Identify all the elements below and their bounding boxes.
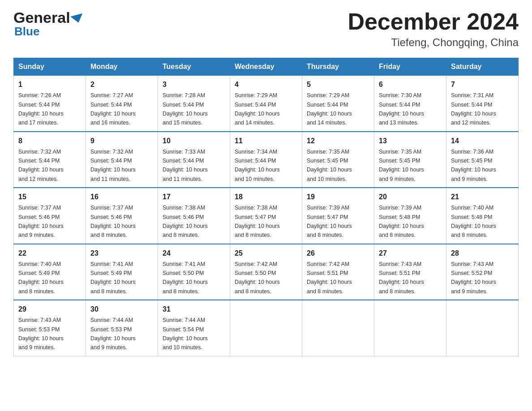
day-info: Sunrise: 7:37 AMSunset: 5:46 PMDaylight:… (90, 205, 136, 238)
location-title: Tiefeng, Chongqing, China (348, 36, 519, 49)
header-wednesday: Wednesday (230, 58, 302, 76)
day-info: Sunrise: 7:28 AMSunset: 5:44 PMDaylight:… (163, 92, 208, 126)
day-info: Sunrise: 7:39 AMSunset: 5:47 PMDaylight:… (307, 205, 352, 238)
day-info: Sunrise: 7:27 AMSunset: 5:44 PMDaylight:… (90, 92, 136, 126)
calendar-cell: 16 Sunrise: 7:37 AMSunset: 5:46 PMDaylig… (86, 188, 158, 244)
calendar-cell: 14 Sunrise: 7:36 AMSunset: 5:45 PMDaylig… (446, 132, 519, 188)
day-info: Sunrise: 7:31 AMSunset: 5:44 PMDaylight:… (451, 92, 496, 126)
day-info: Sunrise: 7:32 AMSunset: 5:44 PMDaylight:… (18, 149, 64, 182)
day-info: Sunrise: 7:43 AMSunset: 5:52 PMDaylight:… (451, 261, 496, 295)
day-info: Sunrise: 7:35 AMSunset: 5:45 PMDaylight:… (379, 149, 424, 182)
page-header: General Blue December 2024 Tiefeng, Chon… (13, 9, 519, 49)
day-info: Sunrise: 7:38 AMSunset: 5:46 PMDaylight:… (163, 205, 208, 238)
calendar-cell (302, 300, 374, 356)
day-number: 21 (451, 192, 514, 202)
day-number: 19 (307, 192, 369, 202)
calendar-cell: 5 Sunrise: 7:29 AMSunset: 5:44 PMDayligh… (302, 76, 374, 132)
day-info: Sunrise: 7:44 AMSunset: 5:54 PMDaylight:… (163, 317, 208, 351)
day-info: Sunrise: 7:30 AMSunset: 5:44 PMDaylight:… (379, 92, 424, 126)
calendar-cell: 4 Sunrise: 7:29 AMSunset: 5:44 PMDayligh… (230, 76, 302, 132)
day-info: Sunrise: 7:35 AMSunset: 5:45 PMDaylight:… (307, 149, 352, 182)
calendar-cell: 28 Sunrise: 7:43 AMSunset: 5:52 PMDaylig… (446, 244, 519, 300)
day-number: 24 (163, 248, 225, 259)
day-number: 10 (163, 136, 225, 146)
day-info: Sunrise: 7:34 AMSunset: 5:44 PMDaylight:… (235, 149, 280, 182)
day-number: 1 (18, 79, 81, 90)
logo-general-text: General (13, 9, 70, 26)
day-number: 8 (18, 136, 81, 146)
day-info: Sunrise: 7:44 AMSunset: 5:53 PMDaylight:… (90, 317, 136, 351)
header-friday: Friday (374, 58, 446, 76)
calendar-cell: 8 Sunrise: 7:32 AMSunset: 5:44 PMDayligh… (14, 132, 86, 188)
calendar-cell: 2 Sunrise: 7:27 AMSunset: 5:44 PMDayligh… (86, 76, 158, 132)
day-number: 2 (90, 79, 153, 90)
calendar-cell: 7 Sunrise: 7:31 AMSunset: 5:44 PMDayligh… (446, 76, 519, 132)
day-number: 7 (451, 79, 514, 90)
day-info: Sunrise: 7:37 AMSunset: 5:46 PMDaylight:… (18, 205, 64, 238)
calendar-cell: 18 Sunrise: 7:38 AMSunset: 5:47 PMDaylig… (230, 188, 302, 244)
day-info: Sunrise: 7:42 AMSunset: 5:51 PMDaylight:… (307, 261, 352, 295)
day-info: Sunrise: 7:41 AMSunset: 5:50 PMDaylight:… (163, 261, 208, 295)
day-number: 14 (451, 136, 514, 146)
calendar-cell: 15 Sunrise: 7:37 AMSunset: 5:46 PMDaylig… (14, 188, 86, 244)
day-info: Sunrise: 7:29 AMSunset: 5:44 PMDaylight:… (235, 92, 280, 126)
calendar-cell: 17 Sunrise: 7:38 AMSunset: 5:46 PMDaylig… (158, 188, 230, 244)
day-number: 12 (307, 136, 369, 146)
calendar-cell: 22 Sunrise: 7:40 AMSunset: 5:49 PMDaylig… (14, 244, 86, 300)
day-number: 25 (235, 248, 297, 259)
day-number: 11 (235, 136, 297, 146)
calendar-cell (446, 300, 519, 356)
day-number: 22 (18, 248, 81, 259)
day-number: 3 (163, 79, 225, 90)
day-number: 28 (451, 248, 514, 259)
month-title: December 2024 (348, 9, 519, 34)
calendar-cell: 11 Sunrise: 7:34 AMSunset: 5:44 PMDaylig… (230, 132, 302, 188)
header-monday: Monday (86, 58, 158, 76)
day-info: Sunrise: 7:29 AMSunset: 5:44 PMDaylight:… (307, 92, 352, 126)
calendar-week-row-3: 15 Sunrise: 7:37 AMSunset: 5:46 PMDaylig… (14, 188, 519, 244)
header-saturday: Saturday (446, 58, 519, 76)
day-number: 5 (307, 79, 369, 90)
calendar-week-row-5: 29 Sunrise: 7:43 AMSunset: 5:53 PMDaylig… (14, 300, 519, 356)
day-info: Sunrise: 7:40 AMSunset: 5:49 PMDaylight:… (18, 261, 64, 295)
day-number: 15 (18, 192, 81, 202)
calendar-cell: 27 Sunrise: 7:43 AMSunset: 5:51 PMDaylig… (374, 244, 446, 300)
calendar-cell: 3 Sunrise: 7:28 AMSunset: 5:44 PMDayligh… (158, 76, 230, 132)
calendar-cell: 6 Sunrise: 7:30 AMSunset: 5:44 PMDayligh… (374, 76, 446, 132)
logo: General Blue (13, 9, 84, 39)
day-info: Sunrise: 7:36 AMSunset: 5:45 PMDaylight:… (451, 149, 496, 182)
day-number: 16 (90, 192, 153, 202)
calendar-cell: 19 Sunrise: 7:39 AMSunset: 5:47 PMDaylig… (302, 188, 374, 244)
calendar-cell: 1 Sunrise: 7:26 AMSunset: 5:44 PMDayligh… (14, 76, 86, 132)
title-area: December 2024 Tiefeng, Chongqing, China (348, 9, 519, 49)
logo-arrow-icon (70, 13, 85, 24)
calendar-cell (374, 300, 446, 356)
day-info: Sunrise: 7:26 AMSunset: 5:44 PMDaylight:… (18, 92, 64, 126)
day-number: 18 (235, 192, 297, 202)
day-info: Sunrise: 7:43 AMSunset: 5:51 PMDaylight:… (379, 261, 424, 295)
calendar-cell: 30 Sunrise: 7:44 AMSunset: 5:53 PMDaylig… (86, 300, 158, 356)
day-info: Sunrise: 7:32 AMSunset: 5:44 PMDaylight:… (90, 149, 136, 182)
logo-blue-text: Blue (14, 25, 39, 39)
calendar-cell: 12 Sunrise: 7:35 AMSunset: 5:45 PMDaylig… (302, 132, 374, 188)
calendar-week-row-2: 8 Sunrise: 7:32 AMSunset: 5:44 PMDayligh… (14, 132, 519, 188)
header-tuesday: Tuesday (158, 58, 230, 76)
calendar-week-row-4: 22 Sunrise: 7:40 AMSunset: 5:49 PMDaylig… (14, 244, 519, 300)
day-info: Sunrise: 7:41 AMSunset: 5:49 PMDaylight:… (90, 261, 136, 295)
calendar-cell: 25 Sunrise: 7:42 AMSunset: 5:50 PMDaylig… (230, 244, 302, 300)
day-number: 9 (90, 136, 153, 146)
day-number: 4 (235, 79, 297, 90)
calendar-cell: 9 Sunrise: 7:32 AMSunset: 5:44 PMDayligh… (86, 132, 158, 188)
day-number: 6 (379, 79, 442, 90)
header-sunday: Sunday (14, 58, 86, 76)
day-number: 31 (163, 304, 225, 315)
calendar-cell (230, 300, 302, 356)
calendar-cell: 26 Sunrise: 7:42 AMSunset: 5:51 PMDaylig… (302, 244, 374, 300)
day-info: Sunrise: 7:43 AMSunset: 5:53 PMDaylight:… (18, 317, 64, 351)
calendar-cell: 31 Sunrise: 7:44 AMSunset: 5:54 PMDaylig… (158, 300, 230, 356)
day-info: Sunrise: 7:40 AMSunset: 5:48 PMDaylight:… (451, 205, 496, 238)
day-number: 23 (90, 248, 153, 259)
day-number: 26 (307, 248, 369, 259)
day-info: Sunrise: 7:38 AMSunset: 5:47 PMDaylight:… (235, 205, 280, 238)
calendar-cell: 20 Sunrise: 7:39 AMSunset: 5:48 PMDaylig… (374, 188, 446, 244)
